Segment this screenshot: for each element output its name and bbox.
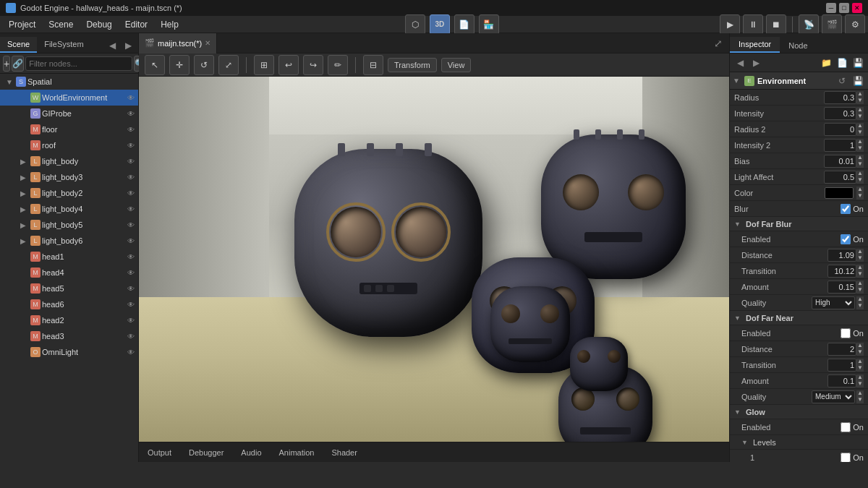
tree-item-light-body3[interactable]: ▶ L light_body3 👁 xyxy=(0,169,138,185)
tree-item-light-body2[interactable]: ▶ L light_body2 👁 xyxy=(0,185,138,201)
tree-item-light-body6[interactable]: ▶ L light_body6 👁 xyxy=(0,233,138,249)
radius-input[interactable]: 0.3 xyxy=(824,91,856,104)
panel-left-btn[interactable]: ◀ xyxy=(105,38,119,53)
viewport-3d[interactable] xyxy=(139,77,729,442)
radius2-input[interactable]: 0 xyxy=(824,123,856,136)
dof-far-distance-input[interactable]: 1.09 xyxy=(827,249,856,262)
dof-near-qual-down[interactable]: ▼ xyxy=(856,397,864,403)
dof-near-amount-input[interactable]: 0.1 xyxy=(827,374,856,388)
menu-project[interactable]: Project xyxy=(3,18,41,31)
glow-level-1-checkbox[interactable] xyxy=(841,453,851,463)
radius-spinbox-container[interactable]: 0.3 ▲ ▼ xyxy=(824,91,864,104)
tree-item-head5[interactable]: M head5 👁 xyxy=(0,281,138,296)
tree-item-light-body[interactable]: ▶ L light_body 👁 xyxy=(0,153,138,169)
color-picker[interactable] xyxy=(825,187,854,199)
tab-close-button[interactable]: ✕ xyxy=(205,39,210,47)
visibility-eye-omni[interactable]: 👁 xyxy=(125,346,137,358)
visibility-eye-head2[interactable]: 👁 xyxy=(125,314,137,326)
menu-debug[interactable]: Debug xyxy=(80,18,117,31)
visibility-eye-lightbody4[interactable]: 👁 xyxy=(125,203,137,215)
panel-right-btn[interactable]: ▶ xyxy=(121,38,135,53)
scale-tool-button[interactable]: ⤢ xyxy=(218,55,239,75)
dof-near-distance-input[interactable]: 2 xyxy=(827,343,856,356)
dof-near-amount-down[interactable]: ▼ xyxy=(856,381,864,388)
tree-item-light-body4[interactable]: ▶ L light_body4 👁 xyxy=(0,201,138,217)
radius-down[interactable]: ▼ xyxy=(856,98,864,104)
dof-far-enabled-checkbox[interactable] xyxy=(841,234,851,244)
dof-far-amount-container[interactable]: 0.15 ▲ ▼ xyxy=(827,281,864,294)
redo-button[interactable]: ↪ xyxy=(303,55,323,75)
shader-tab[interactable]: Shader xyxy=(328,447,359,458)
menu-help[interactable]: Help xyxy=(155,18,184,31)
dof-near-amount-container[interactable]: 0.1 ▲ ▼ xyxy=(827,374,864,388)
debugger-tab[interactable]: Debugger xyxy=(186,447,226,458)
editor-tab-maijn[interactable]: 🎬 maijn.tscn(*) ✕ xyxy=(139,33,217,53)
intensity2-input[interactable]: 1 xyxy=(824,139,856,152)
titlebar-controls[interactable]: ─ □ ✕ xyxy=(826,3,862,13)
dof-far-distance-container[interactable]: 1.09 ▲ ▼ xyxy=(827,249,864,262)
toolbar-script-button[interactable]: 📄 xyxy=(454,14,475,35)
bias-down[interactable]: ▼ xyxy=(856,161,864,168)
dof-near-quality-dropdown[interactable]: MediumHighLow xyxy=(812,390,855,403)
env-save-button[interactable]: 💾 xyxy=(851,74,865,88)
tree-item-head2[interactable]: M head2 👁 xyxy=(0,312,138,328)
dof-near-trans-down[interactable]: ▼ xyxy=(856,365,864,372)
minimize-button[interactable]: ─ xyxy=(826,3,836,13)
visibility-eye-worldenv[interactable]: 👁 xyxy=(125,92,137,103)
tree-item-head1[interactable]: M head1 👁 xyxy=(0,249,138,265)
filesystem-tab[interactable]: FileSystem xyxy=(37,37,90,53)
intensity-down[interactable]: ▼ xyxy=(856,114,864,120)
select-tool-button[interactable]: ↖ xyxy=(145,55,165,75)
dof-far-amount-input[interactable]: 0.15 xyxy=(827,281,856,294)
radius2-spinbox-container[interactable]: 0 ▲ ▼ xyxy=(824,123,864,136)
tree-item-light-body5[interactable]: ▶ L light_body5 👁 xyxy=(0,217,138,233)
group-button[interactable]: ⊟ xyxy=(363,55,383,75)
dof-near-transition-container[interactable]: 1 ▲ ▼ xyxy=(827,359,864,372)
intensity-spinbox-container[interactable]: 0.3 ▲ ▼ xyxy=(824,107,864,120)
dof-far-transition-input[interactable]: 10.12 xyxy=(827,265,856,278)
lightaffect-input[interactable]: 0.5 xyxy=(824,171,856,184)
glow-enabled-checkbox[interactable] xyxy=(841,422,851,432)
dof-far-quality-dropdown[interactable]: HighMediumLow xyxy=(812,296,855,309)
toolbar-2d-button[interactable]: ⬡ xyxy=(405,14,425,35)
dof-far-transition-container[interactable]: 10.12 ▲ ▼ xyxy=(827,265,864,278)
visibility-eye-head6[interactable]: 👁 xyxy=(125,299,137,310)
bias-spinbox-container[interactable]: 0.01 ▲ ▼ xyxy=(824,155,864,168)
tree-item-head4[interactable]: M head4 👁 xyxy=(0,265,138,281)
remote-button[interactable]: 📡 xyxy=(799,14,819,35)
dof-far-dist-down[interactable]: ▼ xyxy=(856,255,864,262)
glow-section[interactable]: ▼ Glow xyxy=(730,405,868,419)
visibility-eye-lightbody[interactable]: 👁 xyxy=(125,155,137,167)
movie-button[interactable]: 🎬 xyxy=(822,14,842,35)
inspector-tab-node[interactable]: Node xyxy=(780,38,816,53)
lightaffect-spinbox-container[interactable]: 0.5 ▲ ▼ xyxy=(824,171,864,184)
rotate-tool-button[interactable]: ↺ xyxy=(194,55,214,75)
visibility-eye-lightbody3[interactable]: 👁 xyxy=(125,171,137,183)
env-refresh-button[interactable]: ↺ xyxy=(835,74,849,88)
stop-button[interactable]: ⏹ xyxy=(766,14,786,35)
view-menu-button[interactable]: View xyxy=(441,58,472,72)
intensity-input[interactable]: 0.3 xyxy=(824,107,856,120)
visibility-eye-head4[interactable]: 👁 xyxy=(125,267,137,278)
play-button[interactable]: ▶ xyxy=(720,14,740,35)
add-node-button[interactable]: + xyxy=(3,56,10,72)
inspector-back-button[interactable]: ◀ xyxy=(733,56,747,70)
inspector-folder-button[interactable]: 📁 xyxy=(819,56,833,70)
paint-button[interactable]: ✏ xyxy=(328,55,348,75)
visibility-eye-floor[interactable]: 👁 xyxy=(125,124,137,135)
output-tab[interactable]: Output xyxy=(145,447,174,458)
tree-item-omnilight[interactable]: O OmniLight 👁 xyxy=(0,344,138,360)
blur-checkbox[interactable] xyxy=(841,204,851,214)
visibility-eye-lightbody6[interactable]: 👁 xyxy=(125,235,137,247)
visibility-eye-gi[interactable]: 👁 xyxy=(125,108,137,119)
dof-near-dist-down[interactable]: ▼ xyxy=(856,349,864,356)
intensity2-spinbox-container[interactable]: 1 ▲ ▼ xyxy=(824,139,864,152)
instance-node-button[interactable]: 🔗 xyxy=(12,56,24,72)
visibility-eye-head5[interactable]: 👁 xyxy=(125,283,137,294)
tree-item-head6[interactable]: M head6 👁 xyxy=(0,296,138,312)
color-down[interactable]: ▼ xyxy=(856,193,864,200)
intensity2-down[interactable]: ▼ xyxy=(856,145,864,152)
dof-near-distance-container[interactable]: 2 ▲ ▼ xyxy=(827,343,864,356)
move-tool-button[interactable]: ✛ xyxy=(169,55,190,75)
menu-scene[interactable]: Scene xyxy=(43,18,79,31)
